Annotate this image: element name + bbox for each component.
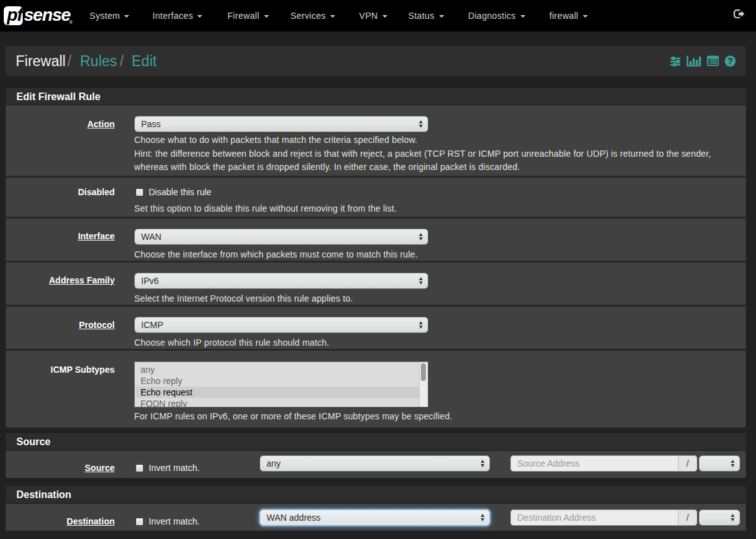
svg-text:?: ? [728, 56, 733, 66]
